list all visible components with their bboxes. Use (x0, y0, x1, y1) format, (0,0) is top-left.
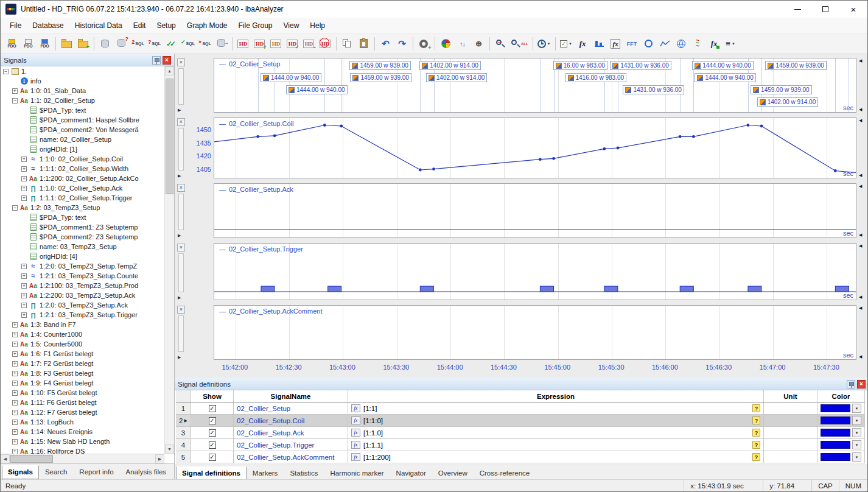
expand-icon[interactable]: + (12, 449, 18, 454)
tree-item-1-1-1-02-collier-setup-width[interactable]: +≈1:1:1: 02_Collier_Setup.Width (1, 164, 164, 174)
tab-analysis-files[interactable]: Analysis files (120, 465, 172, 479)
tree-item-1-3-band-in-f7[interactable]: +Aa1:3: Band in F7 (1, 320, 164, 329)
settings-button[interactable]: + (416, 35, 432, 52)
menu-edit[interactable]: Edit (128, 19, 152, 32)
tree-vertical-scrollbar[interactable]: ▲ ▼ (164, 66, 174, 454)
value-label[interactable]: 1444.00 w 940.00 (692, 61, 754, 70)
strip-scrollbar[interactable] (178, 68, 184, 105)
signal-name[interactable]: 02_Collier_Setup.Coil (237, 417, 304, 424)
tree-item-pda-comment1-z3-setuptemp[interactable]: $PDA_comment1: Z3 Setuptemp (1, 222, 164, 232)
expression-help-icon[interactable]: ? (752, 429, 760, 437)
expression-text[interactable]: [1:1:200] (363, 454, 391, 461)
strip-plot[interactable]: —02_Collier_Setup.Coilsec (214, 118, 856, 178)
tree-horizontal-scrollbar[interactable]: ◀ ▶ (1, 454, 164, 463)
table-row-02-collier-setup-coil[interactable]: 2▶✓02_Collier_Setup.Coilfx[1:1:0]?▼ (176, 415, 865, 427)
expression-text[interactable]: [1:1.1] (363, 441, 383, 449)
tree-item-1-1-0-02-collier-setup-ack[interactable]: +∏1:1.0: 02_Collier_Setup.Ack (1, 183, 164, 193)
tree-item-1-4-counter1000[interactable]: +Aa1:4: Counter1000 (1, 329, 164, 339)
expression-help-icon[interactable]: ? (752, 453, 760, 461)
tree-item-1-2-1-03-tempz3-setup-counte[interactable]: +≈1:2:1: 03_TempZ3_Setup.Counte (1, 271, 164, 281)
strip-expand-icon[interactable]: ▶ (178, 355, 181, 359)
show-checkbox[interactable]: ✓ (209, 429, 216, 437)
new-pdo-file-button[interactable]: PDO (4, 35, 20, 52)
table-row-02-collier-setup[interactable]: 1✓02_Collier_Setupfx[1:1]?▼ (176, 402, 865, 415)
tree-item-1-5-counter5000[interactable]: +Aa1:5: Counter5000 (1, 339, 164, 349)
expand-icon[interactable]: + (21, 264, 27, 269)
expression-text[interactable]: [1:1.0] (363, 429, 383, 437)
tab-navigator[interactable]: Navigator (390, 466, 432, 480)
value-label[interactable]: 1402.00 w 914.00 (426, 73, 488, 82)
fx-icon[interactable]: fx (351, 404, 360, 412)
expand-icon[interactable]: + (12, 88, 18, 94)
tab-search[interactable]: Search (39, 465, 73, 479)
iba-logo-button[interactable] (438, 35, 454, 52)
value-label[interactable]: 1459.00 w 939.00 (349, 61, 411, 70)
value-label[interactable]: 1444.00 w 940.00 (695, 73, 756, 82)
table-row-02-collier-setup-ack[interactable]: 3✓02_Collier_Setup.Ackfx[1:1.0]?▼ (176, 427, 865, 439)
strip-expand-icon[interactable]: ▶ (178, 233, 181, 237)
sql-query-2-button[interactable]: 2SQL (130, 35, 146, 52)
expression-help-icon[interactable]: ? (752, 416, 760, 424)
tree-item-1-11-f6-ger-st-belegt[interactable]: +Aa1:11: F6 Gerüst belegt (1, 398, 164, 407)
value-label[interactable]: 1444.00 w 940.00 (261, 73, 322, 82)
color-swatch[interactable] (821, 453, 850, 461)
strip-marker-top-icon[interactable]: ◀ (859, 184, 862, 188)
value-label[interactable]: 1431.00 w 936.00 (623, 85, 684, 94)
strip-scrollbar[interactable] (178, 253, 184, 292)
open-pdo-file-button[interactable]: PDO (20, 35, 37, 52)
color-swatch[interactable] (821, 416, 850, 424)
sql-commit-button[interactable]: ✓SQL (179, 35, 197, 52)
hd-trigger-button[interactable]: HD✓ (284, 35, 301, 52)
column-header-expression[interactable]: Expression (348, 390, 764, 402)
hd-time-button[interactable]: HD• (301, 35, 317, 52)
tree-item-orighdid-1[interactable]: origHDId: [1] (1, 144, 164, 154)
zoom-out-button[interactable]: − (492, 35, 509, 52)
scroll-left-icon[interactable]: ◀ (1, 454, 10, 463)
open-analysis-button[interactable] (58, 35, 75, 52)
expand-icon[interactable]: + (12, 410, 18, 415)
expand-icon[interactable]: + (12, 371, 18, 376)
column-header-rownum[interactable] (176, 390, 191, 402)
value-label[interactable]: 1459.00 w 939.00 (350, 73, 411, 82)
expand-icon[interactable]: + (12, 322, 18, 328)
strip-close-icon[interactable]: × (177, 244, 185, 251)
hd-query-button[interactable]: HD? (251, 35, 268, 52)
tree-item-1-2-03-tempz3-setup[interactable]: −Aa1:2: 03_TempZ3_Setup (1, 203, 164, 213)
expand-icon[interactable]: + (12, 342, 18, 347)
paste-button[interactable] (355, 35, 372, 52)
color-dropdown-icon[interactable]: ▼ (852, 440, 861, 449)
tree-item-name-03-tempz3-setup[interactable]: name: 03_TempZ3_Setup (1, 242, 164, 251)
sort-signals-button[interactable]: ↑↓ (454, 35, 471, 52)
expand-icon[interactable]: + (21, 166, 27, 172)
strip-scrollbar[interactable] (178, 315, 184, 352)
strip-plot[interactable]: —02_Collier_Setup.AckCommentsec (214, 305, 856, 360)
expression-help-icon[interactable]: ? (752, 441, 760, 449)
tree-item-pda-typ-text[interactable]: $PDA_Typ: text (1, 105, 164, 115)
scroll-thumb[interactable] (166, 79, 173, 194)
strip-scrollbar[interactable] (178, 194, 184, 230)
strip-expand-icon[interactable]: ▶ (178, 108, 181, 112)
strip-plot[interactable]: 1459.00 w 939.001402.00 w 914.0016.00 w … (214, 58, 856, 113)
database-export-button[interactable]: → (213, 35, 229, 52)
expand-icon[interactable]: + (12, 390, 18, 396)
tab-overview[interactable]: Overview (432, 466, 474, 480)
expand-icon[interactable]: + (21, 195, 27, 201)
tab-signal-definitions[interactable]: Signal definitions (176, 466, 247, 480)
tree-item-name-02-collier-setup[interactable]: name: 02_Collier_Setup (1, 135, 164, 144)
map-view-button[interactable] (673, 35, 690, 52)
expand-icon[interactable]: + (12, 420, 18, 425)
scroll-up-icon[interactable]: ▲ (165, 66, 174, 76)
expression-builder-button[interactable]: fx (575, 35, 591, 52)
value-label[interactable]: 1444.00 w 940.00 (286, 85, 348, 94)
rearrange-button[interactable]: ⊕ (471, 35, 487, 52)
tree-item-1-2-0-03-tempz3-setup-ack[interactable]: +∏1:2.0: 03_TempZ3_Setup.Ack (1, 300, 164, 310)
color-swatch[interactable] (821, 441, 850, 449)
strip-marker-bottom-icon[interactable]: ◀ (859, 107, 862, 111)
strip-close-icon[interactable]: × (177, 306, 185, 314)
color-dropdown-icon[interactable]: ▼ (852, 428, 861, 437)
show-checkbox[interactable]: ✓ (209, 454, 216, 461)
column-header-color[interactable]: Color (817, 390, 865, 402)
strip-marker-bottom-icon[interactable]: ◀ (859, 354, 862, 359)
harmonic-view-button[interactable]: ~~~ (690, 35, 706, 52)
tree-item-1-9-f4-ger-st-belegt[interactable]: +Aa1:9: F4 Gerüst belegt (1, 378, 164, 388)
